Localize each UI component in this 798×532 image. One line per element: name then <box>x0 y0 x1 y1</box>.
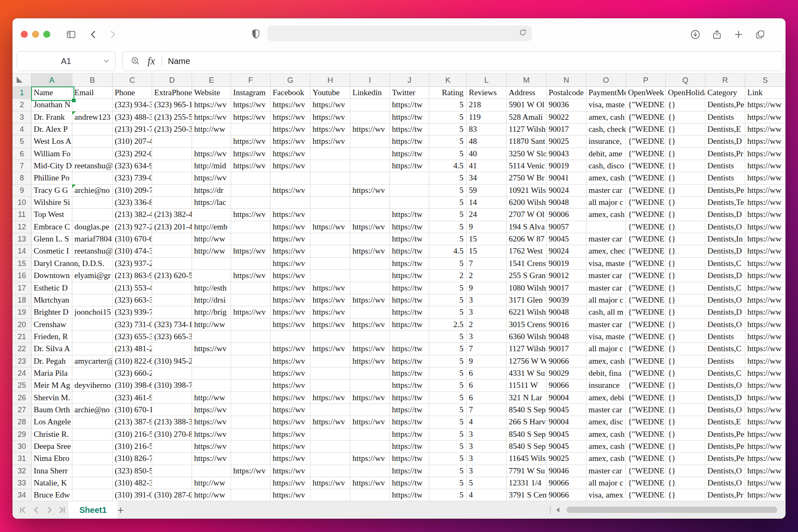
cell-H32[interactable] <box>310 465 350 477</box>
cell-F17[interactable] <box>231 282 271 294</box>
cell-R11[interactable]: Dentists,D <box>705 209 745 221</box>
add-sheet-button[interactable]: + <box>112 501 129 519</box>
cell-O32[interactable]: master car <box>586 465 626 477</box>
cell-F4[interactable] <box>231 123 271 135</box>
cell-C19[interactable]: (323) 939-7 <box>113 306 152 318</box>
cell-N29[interactable]: 90045 <box>547 429 586 441</box>
cell-O3[interactable]: amex, cash <box>586 111 626 123</box>
cell-A5[interactable]: West Los A <box>32 135 72 148</box>
cell-Q21[interactable]: {} <box>666 331 705 343</box>
cell-G6[interactable]: https://wv <box>271 148 310 160</box>
cell-S26[interactable]: https://ww <box>745 392 786 404</box>
cell-G32[interactable]: https://wv <box>271 465 310 477</box>
cell-S5[interactable]: https://ww <box>745 135 786 148</box>
cell-R16[interactable]: Dentists,D <box>705 270 745 282</box>
cell-M15[interactable]: 1541 Crens <box>507 258 547 270</box>
cell-H17[interactable]: https://wv <box>310 282 350 294</box>
cell-F27[interactable] <box>231 404 271 416</box>
cell-M32[interactable]: 7791 W Su <box>507 465 547 477</box>
cell-N10[interactable]: 90048 <box>547 197 586 209</box>
cell-H11[interactable] <box>310 209 350 221</box>
column-header-E[interactable]: E <box>192 74 231 87</box>
cell-Q12[interactable]: {} <box>666 221 705 233</box>
cell-M17[interactable]: 1080 Wilsh <box>507 282 547 294</box>
cell-L5[interactable]: 48 <box>467 135 507 148</box>
cell-G21[interactable] <box>271 331 310 343</box>
cell-O16[interactable]: master car <box>586 270 626 282</box>
cell-S22[interactable]: https://ww <box>745 343 786 355</box>
cell-K2[interactable]: 5 <box>429 99 467 111</box>
cell-L3[interactable]: 119 <box>467 111 507 123</box>
cell-I34[interactable] <box>350 489 390 501</box>
cell-N22[interactable]: 90017 <box>547 343 586 355</box>
cell-O31[interactable]: amex, cash <box>586 453 626 465</box>
cell-G1[interactable]: Facebook <box>271 87 310 99</box>
sidebar-icon[interactable] <box>66 29 76 40</box>
cell-name-box[interactable]: A1 <box>17 51 116 71</box>
cell-A12[interactable]: Embrace C <box>32 221 72 233</box>
column-header-Q[interactable]: Q <box>666 74 705 87</box>
privacy-shield-icon[interactable] <box>250 28 261 39</box>
cell-P4[interactable]: {"WEDNE <box>626 123 666 135</box>
cell-E21[interactable] <box>192 331 231 343</box>
row-header-26[interactable]: 26 <box>12 392 32 404</box>
cell-J11[interactable]: https://tw <box>390 209 429 221</box>
cell-J28[interactable]: https://tw <box>390 416 429 428</box>
cell-O34[interactable]: visa, amex <box>586 489 626 501</box>
cell-E14[interactable]: http://ww <box>192 245 231 257</box>
back-icon[interactable] <box>88 29 99 40</box>
scroll-left-icon[interactable] <box>556 507 559 512</box>
cell-N26[interactable]: 90004 <box>547 392 586 404</box>
cell-B12[interactable]: douglas.pe <box>72 221 113 233</box>
cell-P24[interactable]: {"WEDNE <box>626 367 666 379</box>
cell-D24[interactable] <box>152 367 192 379</box>
cell-I28[interactable]: https://wv <box>350 416 390 428</box>
cell-K21[interactable]: 5 <box>429 331 467 343</box>
row-header-31[interactable]: 31 <box>12 453 32 465</box>
column-header-F[interactable]: F <box>231 74 271 87</box>
cell-F22[interactable] <box>231 343 271 355</box>
cell-A14[interactable]: Cosmetic I <box>32 245 72 257</box>
cell-I16[interactable] <box>350 270 390 282</box>
cell-D3[interactable]: (213) 255-5 <box>152 111 192 123</box>
cell-B32[interactable] <box>72 465 113 477</box>
cell-M8[interactable]: 2750 W Br <box>507 172 547 184</box>
cell-O27[interactable]: master car <box>586 404 626 416</box>
row-header-11[interactable]: 11 <box>12 209 32 221</box>
cell-F19[interactable]: https://wv <box>231 306 271 318</box>
cell-B18[interactable] <box>72 294 113 306</box>
cell-O21[interactable]: visa, maste <box>586 331 626 343</box>
cell-B7[interactable]: reetanshu@ <box>72 160 113 172</box>
cell-P25[interactable]: {"WEDNE <box>626 379 666 392</box>
cell-Q5[interactable]: {} <box>666 135 705 148</box>
cell-C10[interactable]: (323) 336-8 <box>113 197 152 209</box>
cell-J15[interactable]: https://tw <box>390 258 429 270</box>
cell-L8[interactable]: 34 <box>467 172 507 184</box>
cell-B34[interactable] <box>72 489 113 501</box>
cell-B4[interactable] <box>72 123 113 135</box>
cell-K28[interactable]: 5 <box>429 416 467 428</box>
cell-K32[interactable]: 5 <box>429 465 467 477</box>
cell-O20[interactable]: master car <box>586 319 626 331</box>
cell-K14[interactable]: 4.5 <box>429 245 467 257</box>
cell-S18[interactable]: https://ww <box>745 294 786 306</box>
cell-H10[interactable] <box>310 197 350 209</box>
cell-C14[interactable]: (310) 474-3 <box>113 245 152 257</box>
cell-B29[interactable] <box>72 429 113 441</box>
chevron-down-icon[interactable] <box>102 57 111 68</box>
cell-E29[interactable]: https://wv <box>192 429 231 441</box>
cell-L27[interactable]: 7 <box>467 404 507 416</box>
cell-B17[interactable] <box>72 282 113 294</box>
cell-P26[interactable]: {"WEDNE <box>626 392 666 404</box>
cell-G20[interactable]: https://wv <box>271 319 310 331</box>
row-header-2[interactable]: 2 <box>12 99 32 111</box>
cell-P29[interactable]: {"WEDNE <box>626 429 666 441</box>
cell-C12[interactable]: (213) 927-2 <box>113 221 152 233</box>
cell-E18[interactable]: http://drsi <box>192 294 231 306</box>
cell-E17[interactable]: http://esth <box>192 282 231 294</box>
cell-C2[interactable]: (323) 934-3 <box>113 99 152 111</box>
cell-P30[interactable]: {"WEDNE <box>626 441 666 453</box>
cell-C5[interactable]: (310) 207-4 <box>113 135 152 148</box>
cell-R3[interactable]: Dentists <box>705 111 745 123</box>
cell-L26[interactable]: 6 <box>467 392 507 404</box>
